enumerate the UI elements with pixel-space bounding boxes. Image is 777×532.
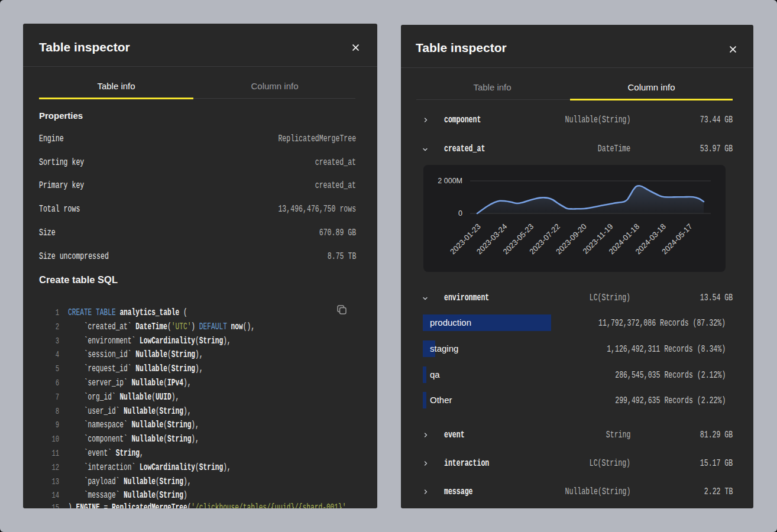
svg-text:0: 0 (458, 209, 462, 218)
svg-text:2 000M: 2 000M (438, 177, 462, 185)
